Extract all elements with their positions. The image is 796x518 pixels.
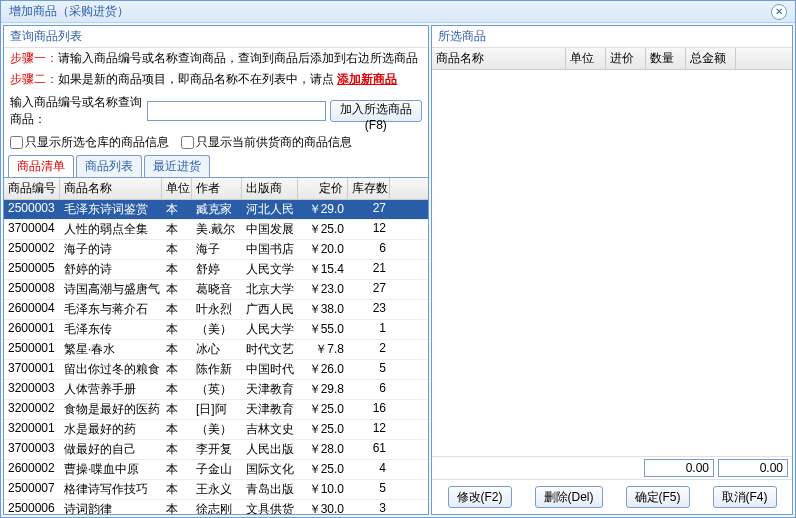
table-row[interactable]: 2500005舒婷的诗本舒婷人民文学￥15.421 [4, 260, 428, 280]
table-row[interactable]: 2600004毛泽东与蒋介石本叶永烈广西人民￥38.023 [4, 300, 428, 320]
rcol-name[interactable]: 商品名称 [432, 48, 566, 69]
cancel-button[interactable]: 取消(F4) [713, 486, 777, 508]
cell-name: 毛泽东传 [60, 320, 162, 339]
cell-name: 舒婷的诗 [60, 260, 162, 279]
rcol-qty[interactable]: 数量 [646, 48, 686, 69]
cell-price: ￥25.0 [298, 460, 348, 479]
table-row[interactable]: 3200001水是最好的药本（美）吉林文史￥25.012 [4, 420, 428, 440]
chk-warehouse[interactable]: 只显示所选仓库的商品信息 [10, 134, 169, 151]
cell-unit: 本 [162, 300, 192, 319]
table-row[interactable]: 3700003做最好的自己本李开复人民出版￥28.061 [4, 440, 428, 460]
cell-author: 徐志刚 [192, 500, 242, 514]
cell-code: 3200003 [4, 380, 60, 399]
delete-button[interactable]: 删除(Del) [535, 486, 603, 508]
col-price[interactable]: 定价 [298, 178, 348, 199]
cell-unit: 本 [162, 320, 192, 339]
cell-name: 留出你过冬的粮食 [60, 360, 162, 379]
table-row[interactable]: 2500003毛泽东诗词鉴赏本臧克家河北人民￥29.027 [4, 200, 428, 220]
cell-author: 葛晓音 [192, 280, 242, 299]
cell-stock: 12 [348, 220, 390, 239]
col-unit[interactable]: 单位 [162, 178, 192, 199]
cell-unit: 本 [162, 380, 192, 399]
product-grid: 商品编号 商品名称 单位 作者 出版商 定价 库存数 2500003毛泽东诗词鉴… [4, 178, 428, 514]
rcol-total[interactable]: 总金额 [686, 48, 736, 69]
cell-pub: 人民大学 [242, 320, 298, 339]
cell-author: （美） [192, 320, 242, 339]
totals-row: 0.00 0.00 [432, 456, 792, 479]
col-publisher[interactable]: 出版商 [242, 178, 298, 199]
chk-supplier[interactable]: 只显示当前供货商的商品信息 [181, 134, 352, 151]
cell-name: 人性的弱点全集 [60, 220, 162, 239]
selected-grid-body[interactable] [432, 70, 792, 456]
cell-price: ￥29.0 [298, 200, 348, 219]
table-row[interactable]: 3700004人性的弱点全集本美.戴尔中国发展￥25.012 [4, 220, 428, 240]
table-row[interactable]: 2500007格律诗写作技巧本王永义青岛出版￥10.05 [4, 480, 428, 500]
table-row[interactable]: 3200002食物是最好的医药本[日]阿天津教育￥25.016 [4, 400, 428, 420]
grid-header: 商品编号 商品名称 单位 作者 出版商 定价 库存数 [4, 178, 428, 200]
cell-price: ￥26.0 [298, 360, 348, 379]
tab-recent[interactable]: 最近进货 [144, 155, 210, 177]
cell-name: 做最好的自己 [60, 440, 162, 459]
rcol-price[interactable]: 进价 [606, 48, 646, 69]
table-row[interactable]: 2500002海子的诗本海子中国书店￥20.06 [4, 240, 428, 260]
chk-warehouse-box[interactable] [10, 136, 23, 149]
table-row[interactable]: 3200003人体营养手册本（英）天津教育￥29.86 [4, 380, 428, 400]
col-code[interactable]: 商品编号 [4, 178, 60, 199]
left-panel-title: 查询商品列表 [4, 26, 428, 48]
tabs: 商品清单 商品列表 最近进货 [4, 153, 428, 178]
step-2: 步骤二：如果是新的商品项目，即商品名称不在列表中，请点 添加新商品 [4, 69, 428, 90]
cell-author: 子金山 [192, 460, 242, 479]
cell-name: 格律诗写作技巧 [60, 480, 162, 499]
cell-unit: 本 [162, 280, 192, 299]
cell-author: 舒婷 [192, 260, 242, 279]
cell-unit: 本 [162, 200, 192, 219]
tab-product-table[interactable]: 商品列表 [76, 155, 142, 177]
cell-pub: 河北人民 [242, 200, 298, 219]
modify-button[interactable]: 修改(F2) [448, 486, 512, 508]
selected-grid-header: 商品名称 单位 进价 数量 总金额 [432, 48, 792, 70]
cell-stock: 23 [348, 300, 390, 319]
titlebar: 增加商品（采购进货） ✕ [1, 1, 795, 23]
cell-stock: 1 [348, 320, 390, 339]
table-row[interactable]: 2600002曹操·喋血中原本子金山国际文化￥25.04 [4, 460, 428, 480]
cell-code: 3200002 [4, 400, 60, 419]
cell-author: 王永义 [192, 480, 242, 499]
right-panel-title: 所选商品 [432, 26, 792, 48]
step-1-label: 步骤一： [10, 51, 58, 65]
chk-supplier-box[interactable] [181, 136, 194, 149]
cell-unit: 本 [162, 360, 192, 379]
cell-unit: 本 [162, 400, 192, 419]
tab-product-list[interactable]: 商品清单 [8, 155, 74, 177]
table-row[interactable]: 3700001留出你过冬的粮食本陈作新中国时代￥26.05 [4, 360, 428, 380]
checkbox-row: 只显示所选仓库的商品信息 只显示当前供货商的商品信息 [4, 132, 428, 153]
cell-unit: 本 [162, 500, 192, 514]
search-input[interactable] [147, 101, 326, 121]
cell-stock: 6 [348, 240, 390, 259]
cell-price: ￥20.0 [298, 240, 348, 259]
grid-body[interactable]: 2500003毛泽东诗词鉴赏本臧克家河北人民￥29.0273700004人性的弱… [4, 200, 428, 514]
rcol-unit[interactable]: 单位 [566, 48, 606, 69]
ok-button[interactable]: 确定(F5) [626, 486, 690, 508]
add-new-product-link[interactable]: 添加新商品 [337, 72, 397, 86]
cell-stock: 2 [348, 340, 390, 359]
cell-pub: 青岛出版 [242, 480, 298, 499]
cell-name: 水是最好的药 [60, 420, 162, 439]
cell-code: 2500003 [4, 200, 60, 219]
col-stock[interactable]: 库存数 [348, 178, 390, 199]
table-row[interactable]: 2600001毛泽东传本（美）人民大学￥55.01 [4, 320, 428, 340]
table-row[interactable]: 2500008诗国高潮与盛唐气本葛晓音北京大学￥23.027 [4, 280, 428, 300]
cell-pub: 北京大学 [242, 280, 298, 299]
cell-unit: 本 [162, 420, 192, 439]
step-2-text: 如果是新的商品项目，即商品名称不在列表中，请点 [58, 72, 334, 86]
col-name[interactable]: 商品名称 [60, 178, 162, 199]
add-selected-button[interactable]: 加入所选商品(F8) [330, 100, 422, 122]
cell-code: 2500006 [4, 500, 60, 514]
col-author[interactable]: 作者 [192, 178, 242, 199]
cell-price: ￥7.8 [298, 340, 348, 359]
cell-unit: 本 [162, 240, 192, 259]
cell-pub: 人民文学 [242, 260, 298, 279]
cell-stock: 16 [348, 400, 390, 419]
close-button[interactable]: ✕ [771, 4, 787, 20]
table-row[interactable]: 2500006诗词韵律本徐志刚文具供货￥30.03 [4, 500, 428, 514]
table-row[interactable]: 2500001繁星·春水本冰心时代文艺￥7.82 [4, 340, 428, 360]
